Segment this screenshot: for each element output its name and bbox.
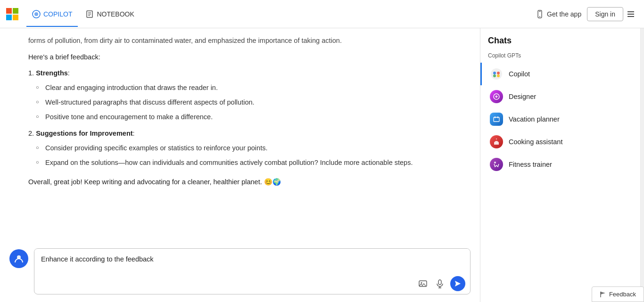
send-icon (454, 280, 462, 287)
notebook-tab-label: NOTEBOOK (97, 10, 134, 18)
get-app-label: Get the app (547, 10, 581, 18)
sidebar-item-copilot[interactable]: Copilot (480, 63, 638, 85)
bullet-s1: Clear and engaging introduction that dra… (36, 81, 452, 95)
tab-copilot[interactable]: COPILOT (26, 7, 78, 21)
avatar-icon (14, 253, 24, 264)
suggestions-label: Suggestions for Improvement (36, 130, 132, 137)
feedback-button[interactable]: Feedback (592, 286, 644, 302)
svg-point-11 (539, 16, 540, 17)
list-item-suggestions: 2. Suggestions for Improvement: Consider… (28, 130, 452, 170)
svg-point-25 (493, 74, 496, 77)
sign-in-label: Sign in (595, 10, 615, 18)
fitness-trainer-gpt-icon (490, 158, 503, 171)
svg-point-5 (34, 12, 38, 16)
chats-header: Chats (480, 36, 640, 52)
list-number-2: 2. (28, 130, 36, 137)
flag-icon (600, 291, 606, 298)
input-area (0, 243, 480, 302)
svg-rect-2 (6, 15, 12, 20)
send-button[interactable] (450, 276, 465, 291)
feedback-list: 1. Strengths: Clear and engaging introdu… (28, 69, 452, 170)
hamburger-button[interactable] (623, 7, 638, 22)
nav-tabs: COPILOT NOTEBOOK (26, 7, 140, 21)
sidebar-item-designer[interactable]: Designer (482, 85, 638, 108)
copilot-nav-icon (32, 10, 41, 18)
svg-rect-3 (13, 15, 18, 20)
list-item-strengths: 1. Strengths: Clear and engaging introdu… (28, 69, 452, 125)
sidebar-item-vacation-planner[interactable]: Vacation planner (482, 108, 638, 131)
strengths-label: Strengths (36, 69, 68, 77)
vacation-planner-gpt-icon (490, 113, 503, 126)
sign-in-button[interactable]: Sign in (587, 7, 623, 21)
sidebar-vacation-label: Vacation planner (509, 115, 560, 123)
sidebar-fitness-label: Fitness trainer (509, 161, 552, 168)
svg-rect-0 (6, 8, 12, 14)
copilot-gpts-label: Copilot GPTs (480, 52, 640, 63)
strengths-bullets: Clear and engaging introduction that dra… (36, 81, 452, 125)
bullet-i1: Consider providing specific examples or … (36, 141, 452, 155)
bullet-s2: Well-structured paragraphs that discuss … (36, 95, 452, 110)
cooking-assistant-gpt-icon (490, 135, 503, 148)
tab-notebook[interactable]: NOTEBOOK (80, 7, 140, 21)
microphone-button[interactable] (433, 277, 446, 290)
colon-1: : (68, 69, 70, 77)
input-box[interactable] (34, 248, 471, 294)
svg-rect-19 (438, 280, 441, 285)
svg-point-22 (491, 68, 502, 80)
sidebar-designer-label: Designer (509, 93, 536, 100)
image-input-button[interactable] (416, 277, 429, 290)
input-row (9, 248, 471, 294)
copilot-tab-label: COPILOT (43, 10, 72, 18)
microsoft-logo (6, 8, 19, 21)
copilot-gpt-icon (490, 67, 503, 81)
main-layout: forms of pollution, from dirty air to co… (0, 28, 644, 302)
input-toolbar (34, 273, 470, 294)
sidebar-copilot-label: Copilot (509, 70, 530, 78)
svg-point-32 (494, 162, 496, 163)
hamburger-icon (626, 9, 636, 19)
list-number-1: 1. (28, 69, 36, 77)
avatar (9, 249, 28, 268)
sidebar-item-fitness-trainer[interactable]: Fitness trainer (482, 153, 638, 176)
notebook-nav-icon (85, 10, 94, 18)
sidebar-item-cooking-assistant[interactable]: Cooking assistant (482, 131, 638, 153)
chat-area: forms of pollution, from dirty air to co… (0, 28, 480, 302)
feedback-intro: Here's a brief feedback: (28, 52, 452, 63)
svg-point-18 (421, 282, 422, 284)
sidebar-cooking-label: Cooking assistant (509, 138, 562, 146)
svg-rect-28 (494, 117, 499, 122)
sidebar: Chats Copilot GPTs Copilot (480, 28, 640, 302)
svg-point-24 (497, 72, 500, 74)
designer-gpt-icon (490, 90, 503, 103)
overall-text: Overall, great job! Keep writing and adv… (28, 177, 452, 188)
message-input[interactable] (34, 249, 470, 271)
image-icon (418, 279, 428, 288)
microphone-icon (435, 279, 445, 288)
suggestions-bullets: Consider providing specific examples or … (36, 141, 452, 170)
svg-rect-1 (13, 8, 18, 14)
colon-2: : (133, 130, 135, 137)
bullet-i2: Expand on the solutions—how can individu… (36, 155, 452, 170)
sidebar-scrollbar (640, 28, 644, 302)
bullet-s3: Positive tone and encouragement to make … (36, 110, 452, 124)
navbar: COPILOT NOTEBOOK Get the app Sign in (0, 0, 644, 28)
svg-point-23 (493, 72, 496, 74)
svg-point-26 (497, 74, 500, 77)
feedback-label: Feedback (609, 291, 636, 298)
truncated-message: forms of pollution, from dirty air to co… (28, 36, 452, 46)
get-app-button[interactable]: Get the app (530, 7, 587, 21)
phone-icon (536, 10, 544, 18)
chat-messages[interactable]: forms of pollution, from dirty air to co… (0, 28, 480, 243)
